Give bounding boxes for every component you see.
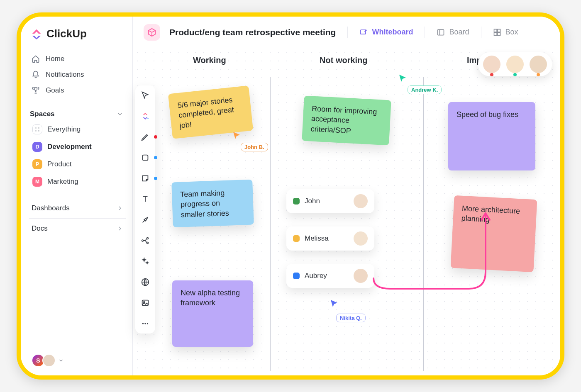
column-divider: [270, 77, 271, 371]
avatar: [506, 56, 524, 73]
topbar: Product/eng team retrospective meeting W…: [133, 17, 560, 48]
board-icon: [437, 28, 445, 37]
svg-point-12: [142, 240, 144, 241]
grid-icon: [32, 124, 42, 134]
page-title: Product/eng team retrospective meeting: [169, 27, 336, 37]
cursor-icon: [330, 299, 338, 308]
task-card[interactable]: Melissa: [286, 226, 374, 251]
status-color: [293, 235, 300, 242]
nav-home[interactable]: Home: [29, 51, 126, 67]
sidebar: ClickUp Home Notifications Goals Spaces: [21, 17, 133, 375]
tool-sticky[interactable]: [138, 173, 152, 184]
chevron-down-icon: [117, 111, 123, 117]
status-color: [293, 198, 300, 205]
chevron-right-icon: [117, 205, 123, 212]
trophy-icon: [32, 86, 40, 95]
divider: [425, 27, 425, 38]
avatar: [483, 56, 500, 73]
svg-rect-11: [143, 155, 148, 161]
tab-box[interactable]: Box: [493, 28, 518, 37]
clickup-logo-icon: [31, 29, 42, 39]
whiteboard-icon: [359, 28, 368, 37]
chevron-right-icon: [117, 225, 123, 232]
tool-mindmap[interactable]: [138, 235, 152, 246]
spaces-section: Spaces Everything D Development P Produc…: [29, 107, 126, 190]
tool-pen[interactable]: [138, 131, 152, 143]
space-badge: M: [32, 177, 42, 187]
brand-name: ClickUp: [46, 27, 87, 40]
svg-rect-9: [497, 32, 500, 35]
tool-web[interactable]: [138, 276, 152, 288]
space-marketing[interactable]: M Marketing: [29, 173, 126, 190]
spaces-header[interactable]: Spaces: [29, 107, 126, 121]
home-icon: [32, 55, 40, 63]
tab-whiteboard[interactable]: Whiteboard: [359, 28, 413, 37]
sticky-note[interactable]: Room for improving acceptance criteria/S…: [302, 96, 391, 146]
svg-point-18: [142, 323, 144, 324]
svg-rect-7: [497, 29, 500, 32]
divider: [481, 27, 481, 38]
nav-dashboards[interactable]: Dashboards: [29, 198, 126, 218]
task-card[interactable]: John: [286, 189, 374, 213]
cube-icon: [147, 28, 156, 37]
svg-point-3: [38, 130, 39, 131]
status-color: [293, 273, 300, 279]
task-card[interactable]: Aubrey: [286, 264, 374, 288]
svg-rect-6: [494, 29, 497, 32]
svg-point-19: [144, 323, 146, 324]
cursor-label: John B.: [241, 143, 268, 151]
svg-rect-16: [142, 300, 149, 306]
svg-point-2: [35, 130, 37, 131]
tool-more[interactable]: [138, 318, 152, 329]
space-everything[interactable]: Everything: [29, 121, 126, 138]
box-icon: [493, 28, 501, 37]
tool-select[interactable]: [138, 90, 152, 101]
space-development[interactable]: D Development: [29, 138, 126, 156]
tool-clickup[interactable]: +: [138, 110, 152, 122]
avatar: [42, 354, 56, 367]
presence-avatars[interactable]: [478, 52, 552, 76]
sticky-note[interactable]: Team making progress on smaller stories: [171, 180, 254, 228]
cursor-label: Andrew K.: [408, 85, 442, 94]
connector-arrow[interactable]: [365, 202, 498, 297]
svg-rect-4: [361, 30, 366, 34]
cursor-label: Nikita Q.: [336, 314, 366, 322]
column-header-notworking: Not working: [320, 56, 368, 65]
svg-point-20: [147, 323, 148, 324]
page-icon[interactable]: [144, 24, 160, 41]
tool-image[interactable]: [138, 297, 152, 309]
bell-icon: [32, 71, 40, 79]
divider: [347, 27, 348, 38]
tool-ai[interactable]: [138, 256, 152, 267]
cursor-icon: [232, 131, 241, 140]
tool-shape[interactable]: [138, 152, 152, 163]
chevron-down-icon: [58, 358, 64, 363]
sticky-note[interactable]: Speed of bug fixes: [448, 102, 535, 170]
logo[interactable]: ClickUp: [31, 27, 126, 40]
space-badge: P: [32, 159, 42, 169]
svg-point-13: [147, 238, 149, 239]
svg-rect-8: [494, 32, 497, 35]
svg-text:+: +: [147, 117, 149, 121]
svg-point-0: [35, 127, 37, 129]
space-product[interactable]: P Product: [29, 156, 126, 173]
user-menu[interactable]: S: [29, 351, 126, 370]
tool-text[interactable]: [138, 193, 152, 205]
primary-nav: Home Notifications Goals: [29, 51, 126, 98]
app-window: ClickUp Home Notifications Goals Spaces: [17, 12, 564, 380]
tab-board[interactable]: Board: [437, 28, 469, 37]
tool-panel: +: [135, 85, 155, 334]
nav-docs[interactable]: Docs: [29, 218, 126, 239]
tool-connector[interactable]: [138, 214, 152, 226]
avatar: [530, 56, 547, 73]
sticky-note[interactable]: New alpha testing framework: [172, 280, 253, 347]
whiteboard-canvas[interactable]: + Working Not working Improve 5/6 major …: [133, 48, 560, 375]
svg-point-1: [38, 127, 39, 129]
column-header-working: Working: [193, 56, 226, 65]
nav-notifications[interactable]: Notifications: [29, 67, 126, 83]
space-badge: D: [32, 142, 42, 152]
svg-point-14: [147, 242, 149, 244]
svg-rect-5: [438, 29, 444, 35]
cursor-icon: [398, 74, 407, 83]
nav-goals[interactable]: Goals: [29, 83, 126, 98]
